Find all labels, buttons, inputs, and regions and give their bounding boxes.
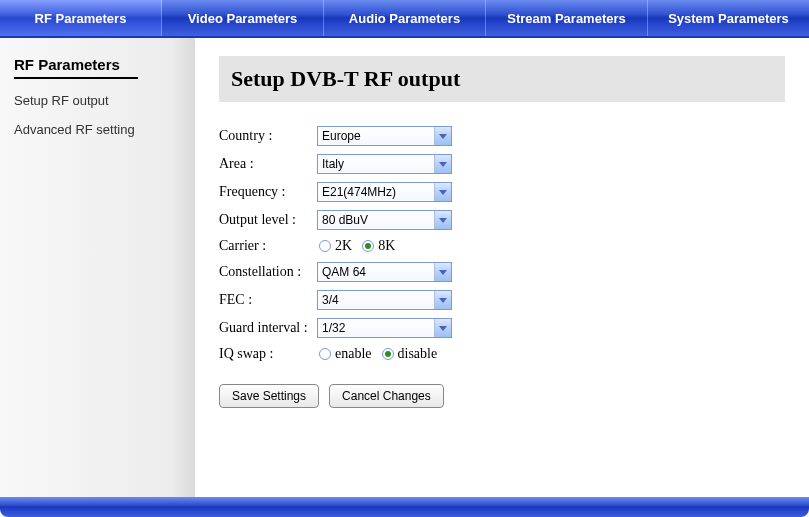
radio-carrier-8k[interactable]: 8K — [362, 238, 395, 254]
radio-dot-icon — [319, 240, 331, 252]
select-frequency-value: E21(474MHz) — [322, 185, 396, 199]
radio-iq-disable-label: disable — [398, 346, 438, 362]
row-constellation: Constellation : QAM 64 — [219, 262, 785, 282]
select-fec[interactable]: 3/4 — [317, 290, 452, 310]
radio-iq-enable-label: enable — [335, 346, 372, 362]
row-output-level: Output level : 80 dBuV — [219, 210, 785, 230]
row-area: Area : Italy — [219, 154, 785, 174]
select-country[interactable]: Europe — [317, 126, 452, 146]
radio-group-carrier: 2K 8K — [317, 238, 395, 254]
sidebar-title: RF Parameters — [14, 56, 138, 79]
select-fec-value: 3/4 — [322, 293, 339, 307]
select-frequency[interactable]: E21(474MHz) — [317, 182, 452, 202]
nav-system-parameters[interactable]: System Parameters — [648, 0, 809, 36]
page-title-bar: Setup DVB-T RF output — [219, 56, 785, 102]
radio-carrier-2k-label: 2K — [335, 238, 352, 254]
radio-group-iq-swap: enable disable — [317, 346, 437, 362]
chevron-down-icon — [434, 127, 451, 145]
row-country: Country : Europe — [219, 126, 785, 146]
chevron-down-icon — [434, 263, 451, 281]
select-guard-interval-value: 1/32 — [322, 321, 345, 335]
sidebar: RF Parameters Setup RF output Advanced R… — [0, 38, 195, 497]
radio-carrier-2k[interactable]: 2K — [319, 238, 352, 254]
chevron-down-icon — [434, 291, 451, 309]
row-frequency: Frequency : E21(474MHz) — [219, 182, 785, 202]
label-fec: FEC : — [219, 292, 317, 308]
content-area: Setup DVB-T RF output Country : Europe A… — [195, 38, 809, 497]
select-guard-interval[interactable]: 1/32 — [317, 318, 452, 338]
label-frequency: Frequency : — [219, 184, 317, 200]
label-iq-swap: IQ swap : — [219, 346, 317, 362]
page-title: Setup DVB-T RF output — [231, 66, 773, 92]
chevron-down-icon — [434, 183, 451, 201]
row-fec: FEC : 3/4 — [219, 290, 785, 310]
nav-audio-parameters[interactable]: Audio Parameters — [324, 0, 486, 36]
radio-dot-icon — [382, 348, 394, 360]
save-settings-button[interactable]: Save Settings — [219, 384, 319, 408]
select-constellation[interactable]: QAM 64 — [317, 262, 452, 282]
label-country: Country : — [219, 128, 317, 144]
select-constellation-value: QAM 64 — [322, 265, 366, 279]
select-country-value: Europe — [322, 129, 361, 143]
label-constellation: Constellation : — [219, 264, 317, 280]
cancel-changes-button[interactable]: Cancel Changes — [329, 384, 444, 408]
button-row: Save Settings Cancel Changes — [219, 384, 785, 408]
chevron-down-icon — [434, 155, 451, 173]
nav-stream-parameters[interactable]: Stream Parameters — [486, 0, 648, 36]
radio-carrier-8k-label: 8K — [378, 238, 395, 254]
sidebar-link-setup-rf-output[interactable]: Setup RF output — [14, 93, 181, 108]
top-nav: RF Parameters Video Parameters Audio Par… — [0, 0, 809, 38]
radio-iq-disable[interactable]: disable — [382, 346, 438, 362]
label-area: Area : — [219, 156, 317, 172]
row-iq-swap: IQ swap : enable disable — [219, 346, 785, 362]
nav-video-parameters[interactable]: Video Parameters — [162, 0, 324, 36]
select-output-level-value: 80 dBuV — [322, 213, 368, 227]
sidebar-link-advanced-rf-setting[interactable]: Advanced RF setting — [14, 122, 181, 137]
select-area[interactable]: Italy — [317, 154, 452, 174]
label-guard-interval: Guard interval : — [219, 320, 317, 336]
row-carrier: Carrier : 2K 8K — [219, 238, 785, 254]
select-output-level[interactable]: 80 dBuV — [317, 210, 452, 230]
label-carrier: Carrier : — [219, 238, 317, 254]
chevron-down-icon — [434, 319, 451, 337]
row-guard-interval: Guard interval : 1/32 — [219, 318, 785, 338]
chevron-down-icon — [434, 211, 451, 229]
radio-dot-icon — [362, 240, 374, 252]
radio-iq-enable[interactable]: enable — [319, 346, 372, 362]
nav-rf-parameters[interactable]: RF Parameters — [0, 0, 162, 36]
radio-dot-icon — [319, 348, 331, 360]
label-output-level: Output level : — [219, 212, 317, 228]
select-area-value: Italy — [322, 157, 344, 171]
bottom-bar — [0, 497, 809, 517]
